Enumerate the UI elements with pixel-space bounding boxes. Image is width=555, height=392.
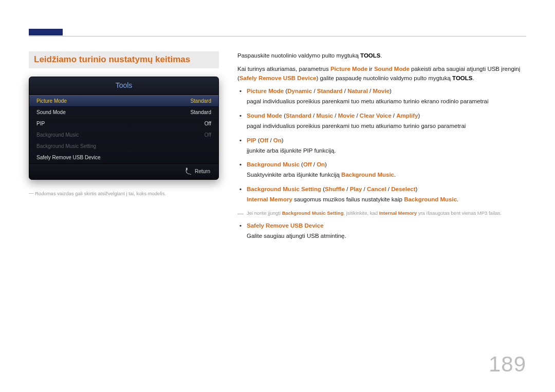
sep: / [392, 113, 397, 119]
opt: Deselect [391, 186, 415, 192]
device-footer: Return [29, 163, 218, 179]
opt: Shuffle [325, 186, 345, 192]
device-tools-panel: Tools Picture Mode Standard Sound Mode S… [29, 77, 219, 180]
menu-value: Standard [190, 98, 211, 104]
opt: Standard [317, 88, 343, 94]
menu-value: Off [205, 121, 211, 126]
opt: Off [260, 137, 269, 143]
kw: Background Music Setting [247, 186, 321, 192]
text: ) [416, 186, 418, 192]
item-picture-mode: Picture Mode (Dynamic / Standard / Natur… [237, 87, 526, 106]
settings-list-2: Safely Remove USB Device Galite saugiau … [237, 221, 526, 241]
text: ) galite paspaudę nuotolinio valdymo pul… [316, 75, 452, 81]
menu-value: Off [205, 132, 211, 138]
sep: / [368, 88, 373, 94]
opt: Music [316, 113, 333, 119]
text: . [394, 172, 396, 178]
kw: Internal Memory [379, 210, 417, 216]
sep: / [355, 113, 360, 119]
menu-row-bg-music-setting: Background Music Setting [29, 141, 218, 152]
menu-label: Background Music Setting [36, 143, 96, 149]
opt: On [273, 137, 282, 143]
menu-label: Safely Remove USB Device [36, 155, 101, 160]
kw-picture-mode: Picture Mode [330, 66, 367, 72]
text: Jei norite įjungti [247, 210, 282, 216]
opt: Movie [373, 88, 390, 94]
text: Paspauskite nuotolinio valdymo pulto myg… [237, 52, 360, 59]
tools-keyword: TOOLS [452, 75, 472, 81]
menu-value: Standard [190, 109, 211, 115]
item-desc: Suaktyvinkite arba išjunkite funkciją Ba… [247, 171, 526, 180]
sep: / [312, 161, 317, 167]
item-bg-music: Background Music (Off / On) Suaktyvinkit… [237, 160, 526, 180]
text: , įsitikinkite, kad [343, 210, 379, 216]
page-number: 189 [489, 352, 526, 377]
left-column: Leidžiamo turinio nustatymų keitimas Too… [29, 51, 219, 246]
opt: Natural [347, 88, 368, 94]
section-heading: Leidžiamo turinio nustatymų keitimas [29, 51, 219, 68]
menu-row-picture-mode[interactable]: Picture Mode Standard [29, 95, 218, 107]
item-desc: pagal individualius poreikius parenkami … [247, 97, 526, 106]
sep: / [333, 113, 338, 119]
header-accent [29, 29, 63, 35]
sep: / [268, 137, 273, 143]
text: . [381, 52, 382, 59]
sep: / [362, 186, 367, 192]
text: Suaktyvinkite arba išjunkite funkciją [247, 172, 341, 178]
opt: Dynamic [287, 88, 312, 94]
text: Kai turinys atkuriamas, parametrus [237, 66, 330, 72]
text: ir [367, 66, 374, 72]
item-desc: įjunkite arba išjunkite PIP funkciją. [247, 146, 526, 156]
kw: Internal Memory [247, 196, 292, 202]
opt: Off [303, 161, 312, 167]
settings-list: Picture Mode (Dynamic / Standard / Natur… [237, 87, 526, 204]
sep: / [345, 186, 350, 192]
text: . [457, 196, 458, 202]
sep: / [312, 88, 317, 94]
item-safely-remove: Safely Remove USB Device Galite saugiau … [237, 221, 526, 241]
return-icon [185, 167, 192, 175]
kw: Picture Mode [247, 88, 284, 94]
opt: Cancel [367, 186, 386, 192]
intro-line: Paspauskite nuotolinio valdymo pulto myg… [237, 51, 526, 61]
kw: Background Music Setting [282, 210, 344, 216]
opt: Movie [338, 113, 355, 119]
tools-keyword: TOOLS [360, 52, 380, 59]
kw: Background Music [247, 161, 300, 167]
sep: / [386, 186, 392, 192]
menu-label: PIP [36, 121, 45, 126]
right-column: Paspauskite nuotolinio valdymo pulto myg… [237, 51, 526, 246]
text: ( [256, 137, 260, 143]
kw: PIP [247, 137, 256, 143]
item-desc: Galite saugiau atjungti USB atmintinę. [247, 232, 526, 241]
text: ) [282, 137, 284, 143]
text: ( [282, 113, 286, 119]
kw-safely-remove: Safely Remove USB Device [239, 75, 317, 81]
opt: Standard [286, 113, 311, 119]
return-label[interactable]: Return [195, 169, 210, 174]
kw: Background Music [404, 196, 457, 202]
text: ( [300, 161, 303, 167]
left-footnote: Rodomas vaizdas gali skirtis atsižvelgia… [29, 190, 219, 197]
menu-label: Sound Mode [36, 109, 66, 115]
sep: / [343, 88, 348, 94]
kw-sound-mode: Sound Mode [374, 66, 410, 72]
menu-row-sound-mode[interactable]: Sound Mode Standard [29, 107, 218, 118]
menu-row-pip[interactable]: PIP Off [29, 118, 218, 129]
kw: Background Music [341, 172, 394, 178]
opt: Clear Voice [360, 113, 392, 119]
intro-para: Kai turinys atkuriamas, parametrus Pictu… [237, 65, 526, 83]
menu-label: Background Music [36, 132, 79, 138]
mid-note: Jei norite įjungti Background Music Sett… [237, 210, 526, 217]
text: yra išsaugotas bent vienas MP3 failas. [417, 210, 502, 216]
menu-label: Picture Mode [36, 98, 67, 104]
opt: On [317, 161, 325, 167]
device-menu: Picture Mode Standard Sound Mode Standar… [29, 95, 218, 163]
menu-row-safely-remove[interactable]: Safely Remove USB Device [29, 152, 218, 163]
text: ) [325, 161, 327, 167]
opt: Amplify [396, 113, 418, 119]
menu-row-bg-music: Background Music Off [29, 129, 218, 141]
device-panel-title: Tools [29, 77, 218, 95]
item-desc: Internal Memory saugomus muzikos failus … [247, 195, 526, 204]
text: ) [418, 113, 420, 119]
